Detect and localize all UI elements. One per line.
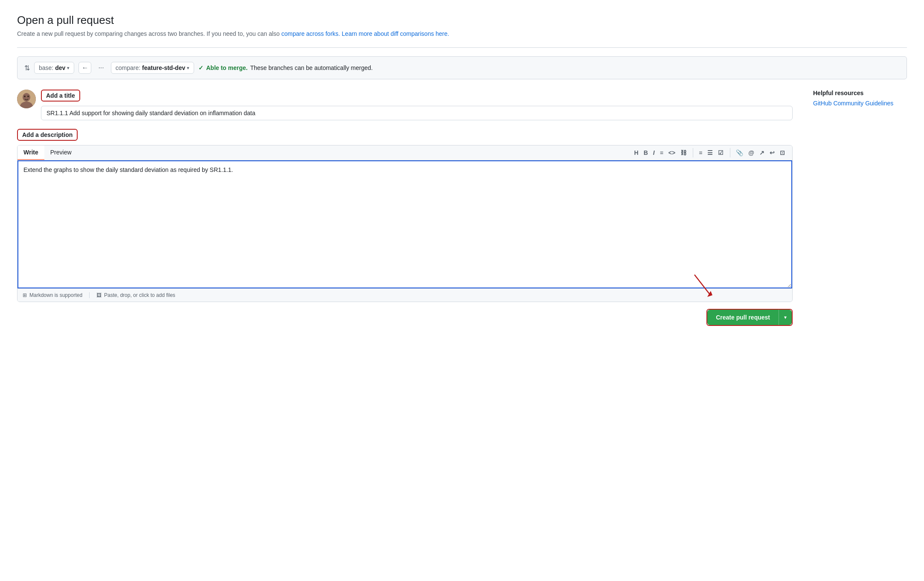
editor-toolbar: H B I ≡ <> ⛓ ≡ ☰ ☑ 📎 [627,145,793,160]
editor-container: Write Preview H B I ≡ <> ⛓ ≡ [17,145,793,302]
github-community-guidelines-link[interactable]: GitHub Community Guidelines [813,100,893,107]
markdown-icon: ⊞ [23,292,27,298]
page-description: Create a new pull request by comparing c… [17,30,907,37]
svg-point-4 [27,96,29,97]
toolbar-media-group: 📎 @ ↗ ↩ ⊡ [730,148,789,157]
write-tab[interactable]: Write [17,145,44,160]
description-textarea[interactable]: Extend the graphs to show the daily stan… [17,160,792,288]
description-section: Add a description Write Preview H B I ≡ … [17,129,793,326]
markdown-support: ⊞ Markdown is supported [23,292,90,298]
base-value: dev [55,64,65,71]
add-title-label: Add a title [41,90,80,102]
toolbar-reference-btn[interactable]: ↗ [757,148,767,157]
branch-icon: ⇅ [24,64,30,72]
toolbar-list-group: ≡ ☰ ☑ [693,148,727,157]
toolbar-bold-btn[interactable]: B [642,148,650,157]
merge-status-text: These branches can be automatically merg… [250,64,372,71]
toolbar-fullscreen-btn[interactable]: ⊡ [778,148,787,157]
title-row: Add a title [17,90,793,120]
title-form-right: Add a title [41,90,793,120]
editor-footer: ⊞ Markdown is supported 🖼 Paste, drop, o… [17,288,792,302]
main-content: Add a title Add a description Write Prev… [17,90,907,326]
title-input[interactable] [41,106,793,120]
create-btn-dropdown[interactable]: ▾ [779,310,792,325]
base-label: base: [39,64,53,71]
sidebar: Helpful resources GitHub Community Guide… [813,90,907,107]
actions-row: Create pull request ▾ [17,309,793,326]
toolbar-task-list-btn[interactable]: ☑ [716,148,726,157]
swap-branches-button[interactable]: ← [78,62,91,74]
toolbar-attach-btn[interactable]: 📎 [734,148,745,157]
merge-status: ✓ Able to merge. These branches can be a… [198,64,372,71]
toolbar-code-btn[interactable]: <> [666,148,677,157]
toolbar-quote-btn[interactable]: ≡ [658,148,665,157]
learn-more-link[interactable]: Learn more about diff comparisons here. [342,30,449,37]
compare-value: feature-std-dev [142,64,185,71]
markdown-text: Markdown is supported [29,292,82,298]
branch-bar: ⇅ base: dev ▾ ← ··· compare: feature-std… [17,56,907,79]
able-to-merge-text: Able to merge. [206,64,247,71]
create-pull-request-button[interactable]: Create pull request [707,310,779,325]
base-branch-select[interactable]: base: dev ▾ [34,62,74,74]
sidebar-title: Helpful resources [813,90,907,96]
toolbar-undo-btn[interactable]: ↩ [767,148,777,157]
avatar [17,90,36,108]
header-divider [17,47,907,48]
compare-forks-link[interactable]: compare across forks. [281,30,340,37]
file-upload-text: Paste, drop, or click to add files [104,292,175,298]
form-area: Add a title Add a description Write Prev… [17,90,793,326]
page-title: Open a pull request [17,14,907,27]
toolbar-italic-btn[interactable]: I [651,148,657,157]
page-header: Open a pull request Create a new pull re… [17,14,907,37]
image-icon: 🖼 [96,292,102,298]
toolbar-link-btn[interactable]: ⛓ [678,148,689,157]
file-upload[interactable]: 🖼 Paste, drop, or click to add files [96,292,182,298]
compare-label: compare: [116,64,140,71]
base-chevron-icon: ▾ [67,65,70,71]
toolbar-mention-btn[interactable]: @ [746,148,756,157]
svg-point-3 [24,96,26,97]
compare-branch-select[interactable]: compare: feature-std-dev ▾ [111,62,195,74]
branch-dots: ··· [96,63,106,73]
toolbar-ordered-list-btn[interactable]: ≡ [697,148,704,157]
svg-point-1 [23,93,30,102]
editor-tabs-toolbar: Write Preview H B I ≡ <> ⛓ ≡ [17,145,792,160]
toolbar-unordered-list-btn[interactable]: ☰ [705,148,715,157]
create-btn-group: Create pull request ▾ [706,309,793,326]
preview-tab[interactable]: Preview [44,145,78,160]
merge-check-icon: ✓ [198,64,203,71]
toolbar-heading-btn[interactable]: H [632,148,641,157]
toolbar-text-group: H B I ≡ <> ⛓ [631,148,691,157]
compare-chevron-icon: ▾ [187,65,189,71]
add-description-label: Add a description [17,129,78,141]
